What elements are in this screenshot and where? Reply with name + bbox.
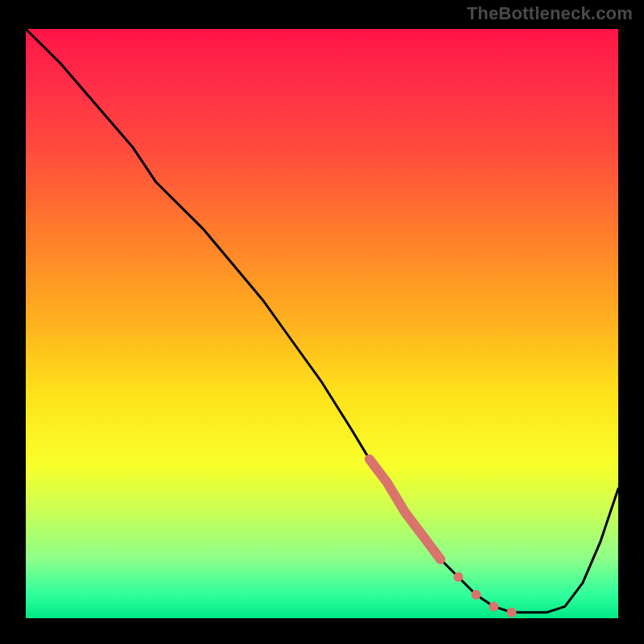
chart-stage: TheBottleneck.com <box>0 0 644 644</box>
highlight-dot <box>471 590 481 600</box>
highlight-dot <box>489 601 498 611</box>
bottleneck-curve <box>26 29 618 613</box>
curve-overlay <box>21 24 623 623</box>
highlight-dot <box>507 608 517 617</box>
highlight-segment <box>369 459 440 559</box>
plot-frame <box>21 24 623 623</box>
watermark-text: TheBottleneck.com <box>467 3 633 24</box>
highlight-dot <box>453 572 463 582</box>
